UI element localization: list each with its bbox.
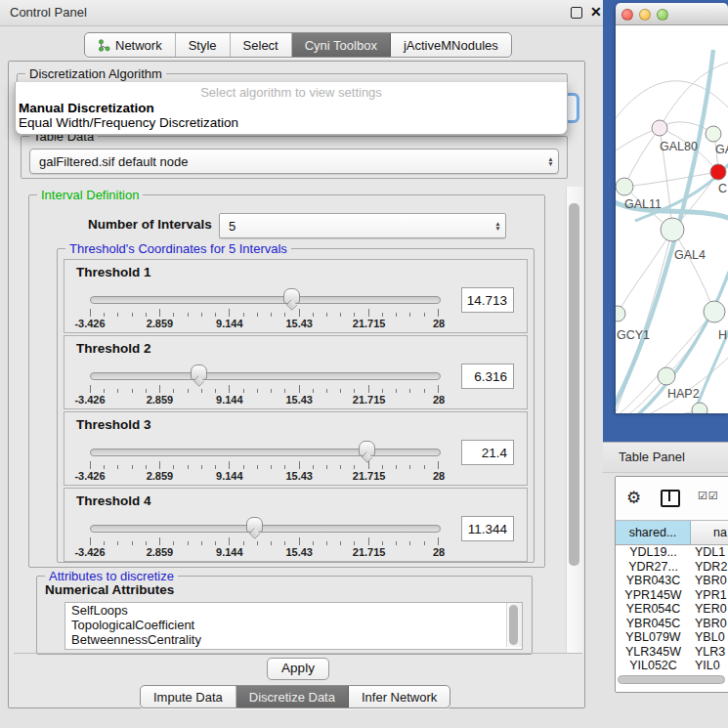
scale-label: 9.144: [216, 394, 243, 406]
tab-discretize-data[interactable]: Discretize Data: [236, 686, 349, 707]
cell[interactable]: YDR2: [691, 560, 728, 575]
threshold-value-field[interactable]: 14.713: [461, 287, 514, 313]
tab-network[interactable]: Network: [85, 33, 176, 57]
slider-thumb[interactable]: [283, 288, 300, 304]
tab-jactivemnodules[interactable]: jActiveMNodules: [391, 33, 511, 57]
slider-track[interactable]: [90, 525, 441, 533]
combobox-value: 5: [220, 219, 491, 234]
network-node[interactable]: [706, 126, 721, 142]
float-window-icon[interactable]: [571, 7, 582, 19]
checkbox-icons[interactable]: ☑☑: [698, 490, 719, 502]
table-row[interactable]: YBR043CYBR0: [616, 574, 728, 588]
threshold-slider[interactable]: -3.426 2.859 9.144 15.43 21.715 28: [90, 287, 439, 328]
scrollbar-thumb[interactable]: [569, 203, 579, 566]
scale-label: 2.859: [147, 318, 174, 329]
network-canvas[interactable]: GAL80GACGAL11GAL4GCY1HHAP2: [616, 25, 728, 413]
cell[interactable]: YBR0: [691, 617, 728, 631]
slider-ticks: [90, 537, 439, 545]
close-traffic-light-icon[interactable]: [621, 9, 633, 21]
cell[interactable]: YPR1: [691, 588, 728, 603]
scrollbar-thumb[interactable]: [509, 605, 518, 645]
table-row[interactable]: YDL19...YDL1: [616, 545, 728, 560]
tab-cyni-toolbox[interactable]: Cyni Toolbox: [292, 33, 391, 57]
columns-icon[interactable]: [661, 490, 680, 507]
cell[interactable]: YDL19...: [616, 545, 691, 560]
slider-ticks: [90, 385, 439, 393]
threshold-value-field[interactable]: 21.4: [461, 440, 514, 465]
threshold-slider[interactable]: -3.426 2.859 9.144 15.43 21.715 28: [90, 440, 439, 481]
network-node[interactable]: [661, 218, 684, 241]
table-row[interactable]: YDR27...YDR2: [616, 560, 728, 575]
popup-item-manual-discretization[interactable]: Manual Discretization: [19, 101, 154, 115]
cell[interactable]: YIL052C: [616, 659, 691, 673]
popup-item-equal-width-frequency[interactable]: Equal Width/Frequency Discretization: [19, 115, 238, 130]
slider-thumb[interactable]: [246, 517, 263, 533]
threshold-panel-3: Threshold 3 -3.426 2.859 9.144 15.43 21.…: [64, 411, 528, 486]
table-row[interactable]: YIL052CYIL0: [616, 659, 728, 673]
cell[interactable]: YLR3: [691, 645, 728, 660]
threshold-value-field[interactable]: 11.344: [461, 516, 514, 541]
cell[interactable]: YDR27...: [616, 560, 691, 575]
apply-button[interactable]: Apply: [267, 658, 329, 680]
list-item[interactable]: TopologicalCoefficient: [65, 618, 522, 632]
cell[interactable]: YBL079W: [616, 630, 691, 645]
cell[interactable]: YER054C: [616, 602, 691, 617]
tab-infer-network[interactable]: Infer Network: [349, 686, 450, 707]
cell[interactable]: YBR0: [691, 574, 728, 588]
cell[interactable]: YLR345W: [616, 645, 691, 660]
list-item[interactable]: SelfLoops: [65, 603, 522, 618]
table-data-group: Table Data galFiltered.sif default node …: [21, 136, 568, 179]
table-row[interactable]: YLR345WYLR3: [616, 645, 728, 660]
threshold-value-field[interactable]: 6.316: [461, 364, 514, 389]
slider-thumb[interactable]: [191, 364, 207, 380]
threshold-panel-4: Threshold 4 -3.426 2.859 9.144 15.43 21.…: [64, 488, 528, 562]
cell[interactable]: YIL0: [691, 659, 728, 673]
combobox-stepper-icon: ▲▼: [543, 156, 558, 166]
zoom-traffic-light-icon[interactable]: [657, 9, 668, 21]
tab-select[interactable]: Select: [231, 33, 292, 57]
number-of-intervals-combobox[interactable]: 5 ▲▼: [219, 213, 506, 238]
network-node[interactable]: [616, 178, 633, 195]
panel-scrollbar[interactable]: [566, 187, 583, 653]
node-label: GAL80: [660, 140, 698, 153]
close-icon[interactable]: ✕: [590, 4, 602, 20]
gear-icon[interactable]: ⚙: [626, 488, 641, 508]
network-icon: [98, 39, 110, 52]
network-node[interactable]: [616, 306, 625, 321]
slider-thumb[interactable]: [359, 441, 375, 456]
numerical-attributes-list[interactable]: SelfLoops TopologicalCoefficient Between…: [64, 602, 523, 650]
network-window[interactable]: GAL80GACGAL11GAL4GCY1HHAP2: [616, 3, 728, 413]
table-horizontal-scrollbar[interactable]: [618, 675, 725, 684]
slider-track[interactable]: [90, 296, 441, 304]
network-node[interactable]: [704, 301, 725, 322]
network-node[interactable]: [710, 164, 726, 180]
cell[interactable]: YBL0: [691, 630, 728, 645]
slider-track[interactable]: [90, 372, 441, 380]
cell[interactable]: YPR145W: [616, 588, 691, 603]
network-node[interactable]: [658, 367, 675, 385]
table-data-combobox[interactable]: galFiltered.sif default node ▲▼: [29, 149, 559, 174]
cell[interactable]: YER0: [691, 602, 728, 617]
table-row[interactable]: YBR045CYBR0: [616, 617, 728, 631]
tab-label: Network: [115, 38, 162, 53]
cell[interactable]: YDL1: [691, 545, 728, 560]
node-table: ⚙ ☑☑ shared... na YDL19...YDL1 YDR27...Y…: [615, 476, 728, 693]
minimize-traffic-light-icon[interactable]: [639, 9, 651, 21]
list-scrollbar[interactable]: [506, 603, 522, 647]
threshold-slider[interactable]: -3.426 2.859 9.144 15.43 21.715 28: [90, 516, 439, 557]
node-label: GA: [715, 143, 728, 156]
table-row[interactable]: YER054CYER0: [616, 602, 728, 617]
tab-style[interactable]: Style: [176, 33, 231, 57]
table-row[interactable]: YBL079WYBL0: [616, 630, 728, 645]
table-row[interactable]: YPR145WYPR1: [616, 588, 728, 603]
cell[interactable]: YBR043C: [616, 574, 691, 588]
column-header-shared-name[interactable]: shared...: [616, 521, 691, 544]
slider-track[interactable]: [90, 449, 441, 456]
list-item[interactable]: BetweennessCentrality: [65, 632, 522, 647]
network-node[interactable]: [652, 120, 667, 136]
column-header-name[interactable]: na: [691, 521, 728, 544]
cell[interactable]: YBR045C: [616, 617, 691, 631]
tab-impute-data[interactable]: Impute Data: [141, 686, 236, 707]
network-node[interactable]: [692, 403, 707, 413]
threshold-slider[interactable]: -3.426 2.859 9.144 15.43 21.715 28: [90, 364, 439, 405]
